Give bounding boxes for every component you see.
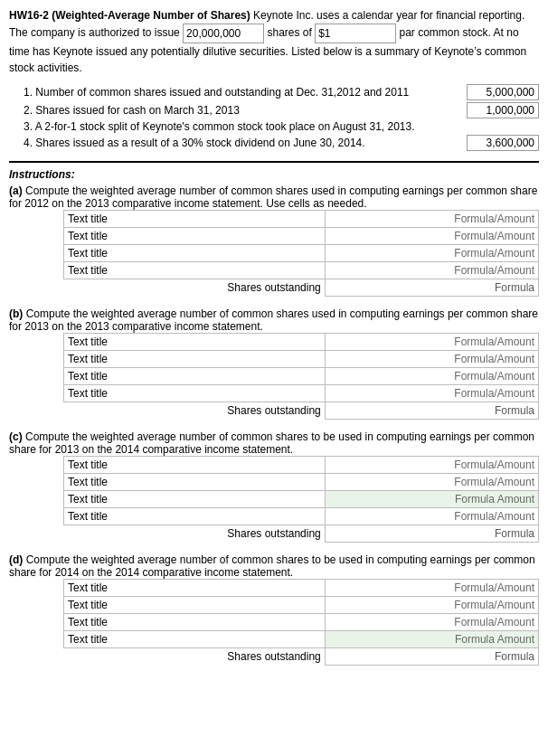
text-cell[interactable]: Text title [64,368,326,385]
list-item: 3. A 2-for-1 stock split of Keynote's co… [24,119,539,134]
part-b-table: Text title Formula/Amount Text title For… [63,333,539,420]
part-a-label: (a) [9,184,23,197]
table-row: Text title Formula/Amount [64,368,539,385]
part-b-table-container: Text title Formula/Amount Text title For… [63,333,539,420]
text-cell[interactable]: Text title [64,228,326,245]
text-cell[interactable]: Text title [64,474,326,491]
formula-cell[interactable]: Formula/Amount [325,228,538,245]
instructions-section: Instructions: (a) Compute the weighted a… [9,161,539,666]
shares-row: Shares outstanding Formula [64,525,539,543]
shares-formula-cell[interactable]: Formula [325,648,538,666]
table-row: Text title Formula/Amount [64,385,539,402]
part-b: (b) Compute the weighted average number … [9,307,539,420]
text-cell[interactable]: Text title [64,334,326,351]
table-row: Text title Formula/Amount [64,474,539,491]
list-item: 2. Shares issued for cash on March 31, 2… [24,101,539,119]
formula-cell[interactable]: Formula/Amount [325,351,538,368]
part-c-desc: Compute the weighted average number of c… [9,430,534,456]
text-cell[interactable]: Text title [64,580,326,597]
table-row: Text title Formula/Amount [64,262,539,279]
table-row: Text title Formula/Amount [64,614,539,631]
shares-formula-cell[interactable]: Formula [325,525,538,543]
par-input[interactable]: $1 [315,24,396,43]
formula-cell[interactable]: Formula/Amount [325,597,538,614]
item-amount: 1,000,000 [467,102,539,118]
part-c-label: (c) [9,430,23,443]
shares-formula-cell[interactable]: Formula [325,279,538,297]
item-amount: 3,600,000 [467,135,539,151]
text-cell[interactable]: Text title [64,457,326,474]
text-cell[interactable]: Text title [64,631,326,648]
shares-row: Shares outstanding Formula [64,648,539,666]
table-row: Text title Formula/Amount [64,228,539,245]
part-d: (d) Compute the weighted average number … [9,553,539,666]
part-d-desc: Compute the weighted average number of c… [9,553,535,579]
formula-cell[interactable]: Formula/Amount [325,580,538,597]
formula-cell[interactable]: Formula/Amount [325,262,538,279]
table-row: Text title Formula Amount [64,491,539,508]
formula-cell[interactable]: Formula/Amount [325,334,538,351]
table-row: Text title Formula/Amount [64,334,539,351]
part-c-table: Text title Formula/Amount Text title For… [63,456,539,543]
shares-row: Shares outstanding Formula [64,402,539,420]
formula-cell[interactable]: Formula/Amount [325,245,538,262]
part-d-table-container: Text title Formula/Amount Text title For… [63,579,539,666]
shares-input[interactable]: 20,000,000 [183,24,264,43]
table-row: Text title Formula/Amount [64,597,539,614]
shares-label: shares of [267,26,311,39]
formula-cell[interactable]: Formula/Amount [325,385,538,402]
text-cell[interactable]: Text title [64,491,326,508]
text-cell[interactable]: Text title [64,614,326,631]
part-d-label: (d) [9,553,23,566]
shares-label: Shares outstanding [64,402,326,420]
formula-cell-highlighted[interactable]: Formula Amount [325,491,538,508]
text-cell[interactable]: Text title [64,508,326,525]
table-row: Text title Formula/Amount [64,508,539,525]
list-item: 4. Shares issued as a result of a 30% st… [24,134,539,152]
text-cell[interactable]: Text title [64,245,326,262]
text-cell[interactable]: Text title [64,262,326,279]
summary-list: 1. Number of common shares issued and ou… [24,83,539,152]
text-cell[interactable]: Text title [64,597,326,614]
part-a-table-container: Text title Formula/Amount Text title For… [63,210,539,297]
table-row: Text title Formula/Amount [64,351,539,368]
part-b-desc: Compute the weighted average number of c… [9,307,538,333]
shares-row: Shares outstanding Formula [64,279,539,297]
item-text: 4. Shares issued as a result of a 30% st… [24,137,365,149]
list-item: 1. Number of common shares issued and ou… [24,83,539,101]
text-cell[interactable]: Text title [64,385,326,402]
instructions-title: Instructions: [9,168,539,181]
formula-cell[interactable]: Formula/Amount [325,368,538,385]
part-a-desc: Compute the weighted average number of c… [9,184,537,210]
part-a-table: Text title Formula/Amount Text title For… [63,210,539,297]
part-c: (c) Compute the weighted average number … [9,430,539,543]
text-cell[interactable]: Text title [64,351,326,368]
shares-formula-cell[interactable]: Formula [325,402,538,420]
item-text: 1. Number of common shares issued and ou… [24,86,409,99]
formula-cell[interactable]: Formula/Amount [325,508,538,525]
table-row: Text title Formula/Amount [64,457,539,474]
part-c-table-container: Text title Formula/Amount Text title For… [63,456,539,543]
table-row: Text title Formula/Amount [64,245,539,262]
table-row: Text title Formula/Amount [64,580,539,597]
formula-cell[interactable]: Formula/Amount [325,211,538,228]
item-amount: 5,000,000 [467,84,539,100]
table-row: Text title Formula/Amount [64,211,539,228]
part-d-table: Text title Formula/Amount Text title For… [63,579,539,666]
part-a: (a) Compute the weighted average number … [9,184,539,297]
item-text: 2. Shares issued for cash on March 31, 2… [24,104,240,117]
title-bold: HW16-2 (Weighted-Average Number of Share… [9,9,250,22]
formula-cell[interactable]: Formula/Amount [325,474,538,491]
table-row: Text title Formula Amount [64,631,539,648]
text-cell[interactable]: Text title [64,211,326,228]
formula-cell[interactable]: Formula/Amount [325,457,538,474]
header-section: HW16-2 (Weighted-Average Number of Share… [9,7,539,76]
formula-cell-highlighted[interactable]: Formula Amount [325,631,538,648]
shares-label: Shares outstanding [64,525,326,543]
formula-cell[interactable]: Formula/Amount [325,614,538,631]
shares-label: Shares outstanding [64,648,326,666]
shares-label: Shares outstanding [64,279,326,297]
item-text: 3. A 2-for-1 stock split of Keynote's co… [24,120,415,133]
part-b-label: (b) [9,307,23,320]
